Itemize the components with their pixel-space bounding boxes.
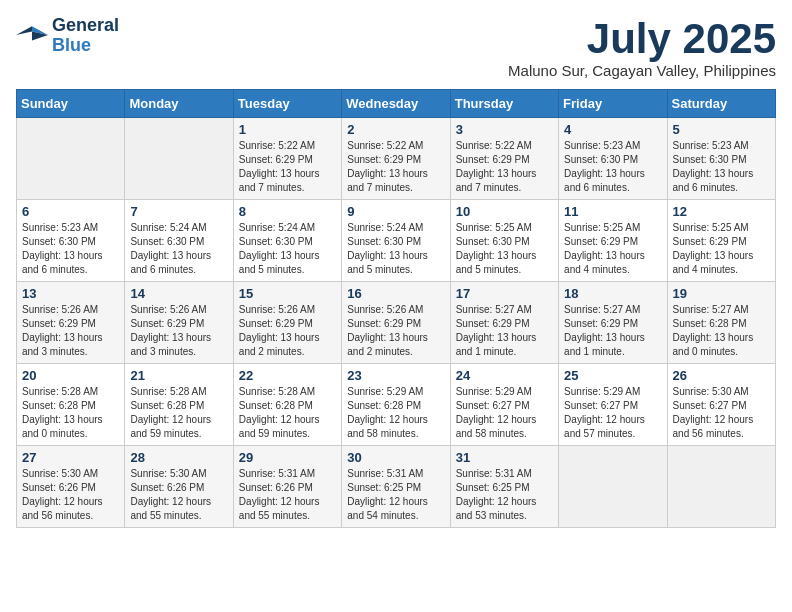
calendar-cell: 13Sunrise: 5:26 AM Sunset: 6:29 PM Dayli… [17, 282, 125, 364]
calendar-cell: 6Sunrise: 5:23 AM Sunset: 6:30 PM Daylig… [17, 200, 125, 282]
day-number: 15 [239, 286, 336, 301]
logo-icon [16, 22, 48, 50]
weekday-header-thursday: Thursday [450, 90, 558, 118]
calendar-cell: 30Sunrise: 5:31 AM Sunset: 6:25 PM Dayli… [342, 446, 450, 528]
day-info: Sunrise: 5:22 AM Sunset: 6:29 PM Dayligh… [239, 139, 336, 195]
calendar-cell: 27Sunrise: 5:30 AM Sunset: 6:26 PM Dayli… [17, 446, 125, 528]
calendar-cell: 28Sunrise: 5:30 AM Sunset: 6:26 PM Dayli… [125, 446, 233, 528]
calendar-week-3: 13Sunrise: 5:26 AM Sunset: 6:29 PM Dayli… [17, 282, 776, 364]
day-number: 3 [456, 122, 553, 137]
calendar-week-4: 20Sunrise: 5:28 AM Sunset: 6:28 PM Dayli… [17, 364, 776, 446]
day-number: 30 [347, 450, 444, 465]
calendar-cell: 21Sunrise: 5:28 AM Sunset: 6:28 PM Dayli… [125, 364, 233, 446]
calendar-table: SundayMondayTuesdayWednesdayThursdayFrid… [16, 89, 776, 528]
calendar-cell: 3Sunrise: 5:22 AM Sunset: 6:29 PM Daylig… [450, 118, 558, 200]
day-info: Sunrise: 5:28 AM Sunset: 6:28 PM Dayligh… [239, 385, 336, 441]
day-number: 22 [239, 368, 336, 383]
day-number: 26 [673, 368, 770, 383]
day-number: 19 [673, 286, 770, 301]
day-info: Sunrise: 5:22 AM Sunset: 6:29 PM Dayligh… [347, 139, 444, 195]
calendar-cell: 9Sunrise: 5:24 AM Sunset: 6:30 PM Daylig… [342, 200, 450, 282]
day-info: Sunrise: 5:25 AM Sunset: 6:29 PM Dayligh… [673, 221, 770, 277]
day-number: 9 [347, 204, 444, 219]
weekday-header-wednesday: Wednesday [342, 90, 450, 118]
day-info: Sunrise: 5:31 AM Sunset: 6:25 PM Dayligh… [347, 467, 444, 523]
calendar-cell: 20Sunrise: 5:28 AM Sunset: 6:28 PM Dayli… [17, 364, 125, 446]
day-info: Sunrise: 5:31 AM Sunset: 6:25 PM Dayligh… [456, 467, 553, 523]
weekday-header-row: SundayMondayTuesdayWednesdayThursdayFrid… [17, 90, 776, 118]
day-info: Sunrise: 5:23 AM Sunset: 6:30 PM Dayligh… [673, 139, 770, 195]
day-info: Sunrise: 5:27 AM Sunset: 6:29 PM Dayligh… [456, 303, 553, 359]
calendar-cell: 2Sunrise: 5:22 AM Sunset: 6:29 PM Daylig… [342, 118, 450, 200]
calendar-cell: 17Sunrise: 5:27 AM Sunset: 6:29 PM Dayli… [450, 282, 558, 364]
day-number: 28 [130, 450, 227, 465]
day-info: Sunrise: 5:28 AM Sunset: 6:28 PM Dayligh… [22, 385, 119, 441]
day-number: 16 [347, 286, 444, 301]
day-info: Sunrise: 5:25 AM Sunset: 6:29 PM Dayligh… [564, 221, 661, 277]
day-number: 13 [22, 286, 119, 301]
day-info: Sunrise: 5:30 AM Sunset: 6:26 PM Dayligh… [130, 467, 227, 523]
calendar-cell: 19Sunrise: 5:27 AM Sunset: 6:28 PM Dayli… [667, 282, 775, 364]
calendar-cell: 24Sunrise: 5:29 AM Sunset: 6:27 PM Dayli… [450, 364, 558, 446]
calendar-cell [17, 118, 125, 200]
day-info: Sunrise: 5:30 AM Sunset: 6:27 PM Dayligh… [673, 385, 770, 441]
logo: General Blue [16, 16, 119, 56]
calendar-cell: 1Sunrise: 5:22 AM Sunset: 6:29 PM Daylig… [233, 118, 341, 200]
day-number: 11 [564, 204, 661, 219]
calendar-cell: 12Sunrise: 5:25 AM Sunset: 6:29 PM Dayli… [667, 200, 775, 282]
day-number: 24 [456, 368, 553, 383]
title-area: July 2025 Maluno Sur, Cagayan Valley, Ph… [508, 16, 776, 79]
calendar-week-5: 27Sunrise: 5:30 AM Sunset: 6:26 PM Dayli… [17, 446, 776, 528]
calendar-cell: 18Sunrise: 5:27 AM Sunset: 6:29 PM Dayli… [559, 282, 667, 364]
day-info: Sunrise: 5:26 AM Sunset: 6:29 PM Dayligh… [347, 303, 444, 359]
calendar-cell: 8Sunrise: 5:24 AM Sunset: 6:30 PM Daylig… [233, 200, 341, 282]
weekday-header-saturday: Saturday [667, 90, 775, 118]
day-info: Sunrise: 5:31 AM Sunset: 6:26 PM Dayligh… [239, 467, 336, 523]
day-info: Sunrise: 5:29 AM Sunset: 6:27 PM Dayligh… [456, 385, 553, 441]
day-number: 20 [22, 368, 119, 383]
calendar-cell: 11Sunrise: 5:25 AM Sunset: 6:29 PM Dayli… [559, 200, 667, 282]
calendar-cell [125, 118, 233, 200]
day-info: Sunrise: 5:24 AM Sunset: 6:30 PM Dayligh… [130, 221, 227, 277]
day-number: 17 [456, 286, 553, 301]
day-info: Sunrise: 5:26 AM Sunset: 6:29 PM Dayligh… [130, 303, 227, 359]
day-number: 21 [130, 368, 227, 383]
calendar-cell: 7Sunrise: 5:24 AM Sunset: 6:30 PM Daylig… [125, 200, 233, 282]
day-info: Sunrise: 5:24 AM Sunset: 6:30 PM Dayligh… [239, 221, 336, 277]
logo-text: General Blue [52, 16, 119, 56]
day-info: Sunrise: 5:29 AM Sunset: 6:28 PM Dayligh… [347, 385, 444, 441]
day-info: Sunrise: 5:30 AM Sunset: 6:26 PM Dayligh… [22, 467, 119, 523]
weekday-header-sunday: Sunday [17, 90, 125, 118]
day-info: Sunrise: 5:26 AM Sunset: 6:29 PM Dayligh… [22, 303, 119, 359]
day-number: 12 [673, 204, 770, 219]
calendar-cell: 31Sunrise: 5:31 AM Sunset: 6:25 PM Dayli… [450, 446, 558, 528]
day-number: 27 [22, 450, 119, 465]
calendar-cell: 4Sunrise: 5:23 AM Sunset: 6:30 PM Daylig… [559, 118, 667, 200]
calendar-cell: 5Sunrise: 5:23 AM Sunset: 6:30 PM Daylig… [667, 118, 775, 200]
page-header: General Blue July 2025 Maluno Sur, Cagay… [16, 16, 776, 79]
day-info: Sunrise: 5:23 AM Sunset: 6:30 PM Dayligh… [564, 139, 661, 195]
day-info: Sunrise: 5:22 AM Sunset: 6:29 PM Dayligh… [456, 139, 553, 195]
calendar-cell: 29Sunrise: 5:31 AM Sunset: 6:26 PM Dayli… [233, 446, 341, 528]
calendar-week-1: 1Sunrise: 5:22 AM Sunset: 6:29 PM Daylig… [17, 118, 776, 200]
calendar-cell: 23Sunrise: 5:29 AM Sunset: 6:28 PM Dayli… [342, 364, 450, 446]
day-number: 14 [130, 286, 227, 301]
day-info: Sunrise: 5:24 AM Sunset: 6:30 PM Dayligh… [347, 221, 444, 277]
weekday-header-tuesday: Tuesday [233, 90, 341, 118]
day-number: 10 [456, 204, 553, 219]
day-number: 25 [564, 368, 661, 383]
weekday-header-monday: Monday [125, 90, 233, 118]
calendar-cell: 15Sunrise: 5:26 AM Sunset: 6:29 PM Dayli… [233, 282, 341, 364]
calendar-cell: 26Sunrise: 5:30 AM Sunset: 6:27 PM Dayli… [667, 364, 775, 446]
day-info: Sunrise: 5:29 AM Sunset: 6:27 PM Dayligh… [564, 385, 661, 441]
day-number: 5 [673, 122, 770, 137]
day-info: Sunrise: 5:25 AM Sunset: 6:30 PM Dayligh… [456, 221, 553, 277]
weekday-header-friday: Friday [559, 90, 667, 118]
day-number: 18 [564, 286, 661, 301]
day-info: Sunrise: 5:26 AM Sunset: 6:29 PM Dayligh… [239, 303, 336, 359]
calendar-cell [559, 446, 667, 528]
calendar-cell [667, 446, 775, 528]
day-number: 1 [239, 122, 336, 137]
day-number: 8 [239, 204, 336, 219]
day-number: 23 [347, 368, 444, 383]
